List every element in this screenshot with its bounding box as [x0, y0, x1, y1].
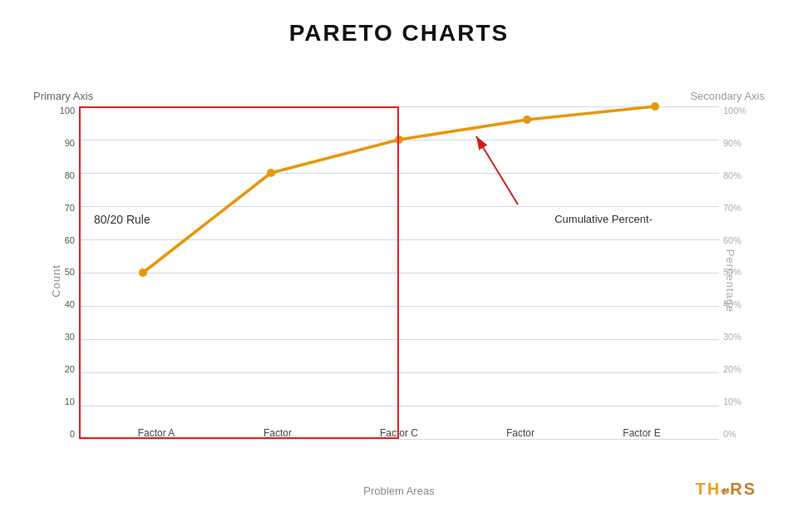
bar-label-factor-d: Factor — [506, 427, 534, 439]
page-title: PARETO CHARTS — [289, 20, 510, 47]
bar-group-factor-e: Factor E — [581, 421, 702, 439]
bar-group-factor-a: Factor A — [96, 421, 217, 439]
bar-label-factor-b: Factor — [264, 427, 292, 439]
primary-axis-label: Primary Axis — [33, 90, 93, 102]
watermark: TH𝓋RS — [696, 480, 756, 499]
watermark-vrs: 𝓋RS — [721, 480, 756, 498]
chart-wrapper: Primary Axis Secondary Axis Count Percen… — [33, 57, 765, 505]
bar-label-factor-a: Factor A — [138, 427, 175, 439]
bar-label-factor-e: Factor E — [623, 427, 660, 439]
secondary-axis-label: Secondary Axis — [690, 90, 765, 102]
chart-area: Factor A Factor Factor C Factor Factor E — [79, 106, 719, 439]
bars-container: Factor A Factor Factor C Factor Factor E — [79, 106, 719, 439]
x-axis-title: Problem Areas — [363, 485, 434, 497]
watermark-th: TH — [696, 480, 722, 498]
bar-group-factor-b: Factor — [217, 421, 338, 439]
cumulative-label: Cumulative Percent- — [554, 213, 653, 225]
y-ticks-right: 100% 90% 80% 70% 60% 50% 40% 30% 20% 10%… — [723, 106, 756, 439]
bar-label-factor-c: Factor C — [380, 427, 418, 439]
y-ticks-left: 100 90 80 70 60 50 40 30 20 10 0 — [50, 106, 75, 439]
bar-group-factor-c: Factor C — [338, 421, 460, 439]
rule-8020-label: 80/20 Rule — [94, 213, 150, 226]
bar-group-factor-d: Factor — [460, 421, 581, 439]
